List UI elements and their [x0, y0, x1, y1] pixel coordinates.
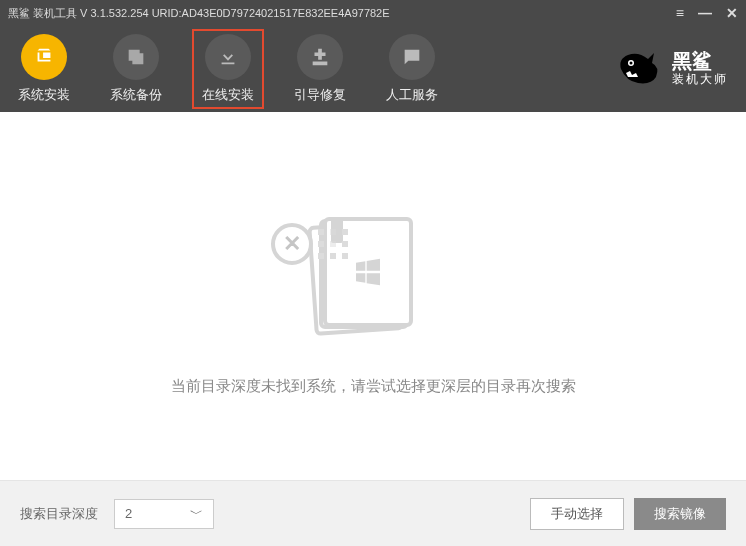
install-icon [21, 34, 67, 80]
depth-label: 搜索目录深度 [20, 505, 98, 523]
tool-system-install[interactable]: 系统安装 [18, 34, 70, 104]
repair-icon [297, 34, 343, 80]
titlebar-text: 黑鲨 装机工具 V 3.1.532.254 URID:AD43E0D797240… [8, 6, 676, 21]
tool-label: 人工服务 [386, 86, 438, 104]
empty-state-illustration: ✕ [283, 197, 463, 347]
tool-manual-service[interactable]: 人工服务 [386, 34, 438, 104]
shark-icon [616, 49, 664, 89]
manual-select-button[interactable]: 手动选择 [530, 498, 624, 530]
tool-label: 在线安装 [202, 86, 254, 104]
empty-state-message: 当前目录深度未找到系统，请尝试选择更深层的目录再次搜索 [171, 377, 576, 396]
search-image-button[interactable]: 搜索镜像 [634, 498, 726, 530]
titlebar-controls: ≡ — ✕ [676, 5, 738, 21]
menu-icon[interactable]: ≡ [676, 5, 684, 21]
windows-icon [352, 256, 384, 288]
footer: 搜索目录深度 2 ﹀ 手动选择 搜索镜像 [0, 480, 746, 546]
download-icon [205, 34, 251, 80]
tool-label: 引导修复 [294, 86, 346, 104]
backup-icon [113, 34, 159, 80]
main-content: ✕ 当前目录深度未找到系统，请尝试选择更深层的目录再次搜索 [0, 112, 746, 480]
depth-select[interactable]: 2 ﹀ [114, 499, 214, 529]
svg-point-1 [630, 62, 633, 65]
titlebar: 黑鲨 装机工具 V 3.1.532.254 URID:AD43E0D797240… [0, 0, 746, 26]
brand-sub: 装机大师 [672, 71, 728, 88]
minimize-icon[interactable]: — [698, 5, 712, 21]
close-icon[interactable]: ✕ [726, 5, 738, 21]
tool-label: 系统备份 [110, 86, 162, 104]
tool-online-install[interactable]: 在线安装 [192, 29, 264, 109]
brand-logo: 黑鲨 装机大师 [616, 49, 728, 89]
decorative-dots [318, 229, 348, 259]
chat-icon [389, 34, 435, 80]
tool-system-backup[interactable]: 系统备份 [110, 34, 162, 104]
toolbar: 系统安装 系统备份 在线安装 引导修复 人工服务 黑鲨 装机大师 [0, 26, 746, 112]
tool-label: 系统安装 [18, 86, 70, 104]
depth-value: 2 [125, 506, 132, 521]
tool-boot-repair[interactable]: 引导修复 [294, 34, 346, 104]
chevron-down-icon: ﹀ [190, 505, 203, 523]
error-x-icon: ✕ [271, 223, 313, 265]
brand-main: 黑鲨 [672, 51, 728, 71]
